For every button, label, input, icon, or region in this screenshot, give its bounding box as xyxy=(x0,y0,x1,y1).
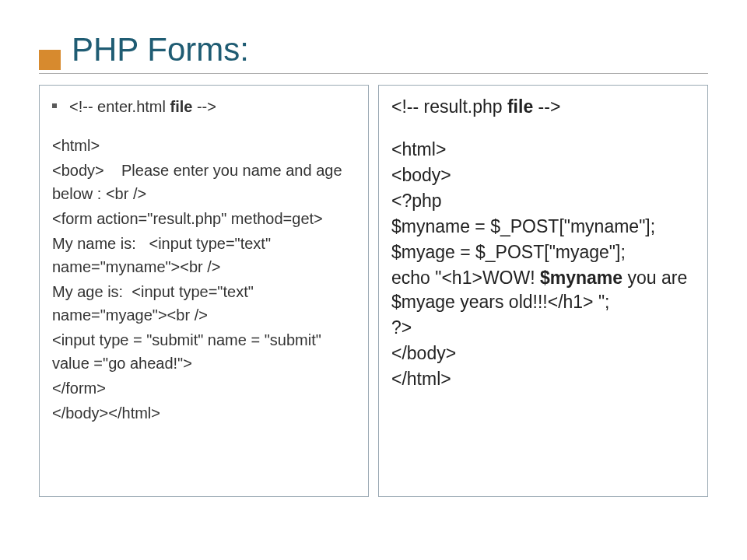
spacer xyxy=(391,121,695,138)
accent-block xyxy=(39,50,61,70)
right-panel: <!-- result.php file --> <html> <body> <… xyxy=(378,85,708,497)
left-panel: <!-- enter.html file --> <html> <body> P… xyxy=(39,85,369,497)
bullet-line: <!-- enter.html file --> xyxy=(52,95,356,118)
code-line: </form> xyxy=(52,376,356,400)
code-line: <body> Please enter you name and age bel… xyxy=(52,159,356,205)
code-line: My age is: <input type="text" name="myag… xyxy=(52,280,356,327)
page-title: PHP Forms: xyxy=(72,31,249,68)
code-line: $myname = $_POST["myname"]; xyxy=(391,215,695,239)
code-line: My name is: <input type="text" name="myn… xyxy=(52,232,356,278)
code-line: </body> xyxy=(391,341,695,366)
divider xyxy=(39,73,708,74)
code-line: ?> xyxy=(391,316,695,340)
code-line: <html> xyxy=(52,134,356,157)
title-row: PHP Forms: xyxy=(39,31,708,72)
code-line: <html> xyxy=(391,138,695,162)
code-line: <form action="result.php" method=get> xyxy=(52,207,356,230)
code-line: $myage = $_POST["myage"]; xyxy=(391,240,695,264)
columns: <!-- enter.html file --> <html> <body> P… xyxy=(39,85,708,497)
code-line: echo "<h1>WOW! $myname you are $myage ye… xyxy=(391,266,695,314)
comment-enter-html: <!-- enter.html file --> xyxy=(69,95,216,118)
slide: PHP Forms: <!-- enter.html file --> <htm… xyxy=(0,0,747,560)
code-line: </body></html> xyxy=(52,401,356,425)
code-line: </html> xyxy=(391,367,695,391)
code-line: <body> xyxy=(391,163,695,187)
code-line: <?php xyxy=(391,189,695,213)
code-line: <!-- result.php file --> xyxy=(391,95,695,119)
code-line: <input type = "submit" name = "submit" v… xyxy=(52,328,356,375)
bullet-icon xyxy=(52,103,57,108)
